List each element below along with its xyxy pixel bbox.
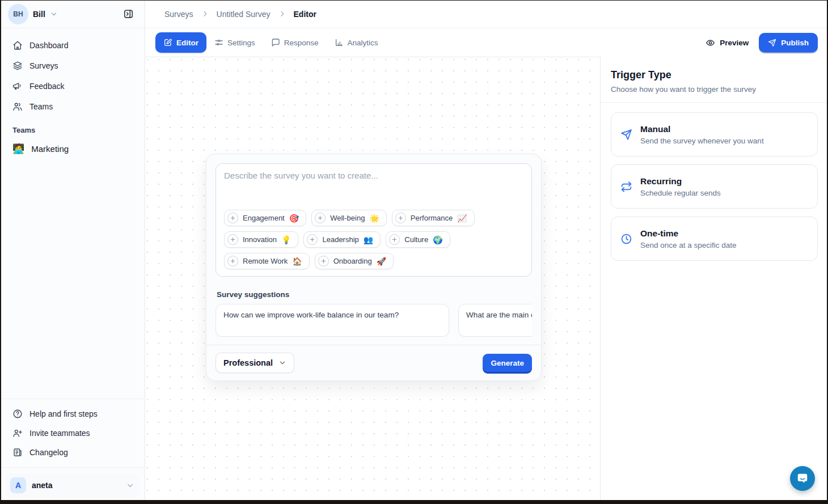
trigger-option-title: One-time: [640, 228, 737, 239]
megaphone-icon: [12, 81, 23, 91]
plus-icon: [227, 213, 238, 223]
sidebar-item-surveys[interactable]: Surveys: [7, 57, 138, 75]
survey-prompt-input[interactable]: [224, 171, 523, 210]
sidebar-footer: Help and first steps Invite teammates Ch…: [0, 399, 145, 504]
chat-launcher-button[interactable]: [790, 466, 815, 491]
chip-label: Innovation: [243, 235, 277, 244]
suggestions-label: Survey suggestions: [217, 290, 531, 299]
breadcrumb-surveys[interactable]: Surveys: [164, 10, 193, 19]
sidebar-item-invite[interactable]: Invite teammates: [7, 424, 138, 442]
suggestion-card[interactable]: What are the main ob: [458, 304, 532, 337]
sidebar-item-label: Feedback: [29, 82, 64, 91]
topic-chip-innovation[interactable]: Innovation 💡: [224, 231, 298, 248]
breadcrumb-survey-name[interactable]: Untitled Survey: [217, 10, 271, 19]
preview-label: Preview: [720, 39, 749, 47]
panel-collapse-icon: [123, 9, 134, 19]
tab-settings[interactable]: Settings: [206, 32, 263, 53]
topic-chips: Engagement 🎯 Well-being 🌟: [224, 210, 523, 269]
publish-button[interactable]: Publish: [759, 33, 818, 52]
content-area: Engagement 🎯 Well-being 🌟: [145, 57, 828, 504]
trigger-option-description: Send the survey whenever you want: [640, 137, 764, 145]
trigger-option-recurring[interactable]: Recurring Schedule regular sends: [611, 164, 818, 209]
chip-label: Onboarding: [333, 257, 372, 265]
panel-subtitle: Choose how you want to trigger the surve…: [611, 85, 818, 94]
suggestion-card[interactable]: How can we improve work-life balance in …: [216, 304, 449, 337]
plus-icon: [307, 234, 318, 245]
sidebar-item-label: Surveys: [29, 61, 58, 70]
topic-chip-well-being[interactable]: Well-being 🌟: [311, 210, 387, 226]
trigger-option-title: Manual: [640, 124, 764, 134]
tab-label: Settings: [227, 39, 255, 47]
trigger-option-description: Send once at a specific date: [640, 241, 737, 249]
settings-sliders-icon: [214, 38, 223, 47]
tab-editor[interactable]: Editor: [155, 32, 206, 53]
user-plus-icon: [12, 428, 23, 438]
chevron-down-icon: [50, 10, 58, 18]
message-icon: [271, 38, 280, 47]
workspace-avatar: BH: [8, 4, 28, 24]
generate-button[interactable]: Generate: [483, 354, 532, 372]
workspace-switcher[interactable]: BH Bill: [0, 0, 145, 28]
topic-chip-leadership[interactable]: Leadership 👥: [303, 231, 381, 248]
plus-icon: [318, 256, 329, 266]
sidebar-item-teams[interactable]: Teams: [7, 98, 138, 116]
chip-label: Engagement: [243, 214, 285, 222]
plus-icon: [227, 256, 238, 266]
edit-icon: [163, 38, 172, 47]
send-icon: [768, 39, 776, 47]
sidebar-item-label: Invite teammates: [29, 429, 90, 438]
suggestions-row: How can we improve work-life balance in …: [216, 304, 532, 337]
publish-label: Publish: [781, 39, 809, 47]
plus-icon: [395, 213, 406, 223]
chevron-right-icon: [278, 10, 286, 18]
sidebar-item-help[interactable]: Help and first steps: [7, 405, 138, 423]
preview-button[interactable]: Preview: [706, 38, 749, 48]
globe-emoji-icon: 🌍: [433, 236, 442, 244]
breadcrumb-current-page: Editor: [294, 10, 316, 19]
tab-analytics[interactable]: Analytics: [327, 32, 386, 53]
tone-value: Professional: [223, 358, 273, 367]
tab-label: Editor: [176, 39, 198, 47]
topic-chip-performance[interactable]: Performance 📈: [392, 210, 475, 226]
topic-chip-culture[interactable]: Culture 🌍: [386, 231, 450, 248]
main-area: Surveys Untitled Survey Editor Editor: [145, 0, 828, 504]
topic-chip-remote-work[interactable]: Remote Work 🏠: [224, 253, 310, 269]
topic-chip-onboarding[interactable]: Onboarding 🚀: [315, 253, 394, 269]
trigger-option-one-time[interactable]: One-time Send once at a specific date: [611, 217, 818, 261]
busts-emoji-icon: 👥: [364, 236, 373, 244]
home-icon: [12, 40, 23, 50]
panel-title: Trigger Type: [611, 69, 818, 81]
sidebar: BH Bill Dashboard Surv: [0, 0, 145, 504]
sidebar-item-label: Teams: [29, 102, 53, 111]
plus-icon: [315, 213, 326, 223]
chevron-down-icon: [278, 359, 286, 367]
sidebar-nav: Dashboard Surveys Feedback Teams: [0, 28, 145, 116]
composer-footer: Professional Generate: [206, 345, 541, 380]
tab-response[interactable]: Response: [263, 32, 327, 53]
trigger-option-description: Schedule regular sends: [640, 189, 721, 197]
trigger-option-manual[interactable]: Manual Send the survey whenever you want: [611, 112, 818, 156]
teams-section-label: Teams: [0, 116, 145, 138]
chip-label: Remote Work: [243, 257, 288, 265]
help-circle-icon: [12, 409, 23, 419]
sidebar-item-changelog[interactable]: Changelog: [7, 443, 138, 461]
account-menu[interactable]: A aneta: [6, 473, 139, 497]
chip-label: Well-being: [330, 214, 365, 222]
plus-icon: [227, 234, 238, 245]
workspace-name: Bill: [33, 10, 45, 19]
breadcrumb: Surveys Untitled Survey Editor: [145, 0, 828, 28]
survey-canvas[interactable]: Engagement 🎯 Well-being 🌟: [145, 57, 600, 504]
chip-label: Performance: [411, 214, 453, 222]
sidebar-item-dashboard[interactable]: Dashboard: [7, 36, 138, 54]
sidebar-item-feedback[interactable]: Feedback: [7, 77, 138, 95]
sidebar-collapse-button[interactable]: [120, 6, 137, 23]
tab-label: Analytics: [348, 39, 378, 47]
tab-label: Response: [284, 39, 319, 47]
sidebar-item-label: Help and first steps: [29, 409, 98, 418]
sidebar-item-team-marketing[interactable]: 🧑‍💻 Marketing: [7, 139, 138, 158]
tone-select[interactable]: Professional: [216, 353, 294, 373]
sidebar-item-label: Changelog: [29, 448, 68, 457]
chip-label: Culture: [404, 235, 428, 244]
topic-chip-engagement[interactable]: Engagement 🎯: [224, 210, 306, 226]
bar-chart-icon: [335, 38, 344, 47]
